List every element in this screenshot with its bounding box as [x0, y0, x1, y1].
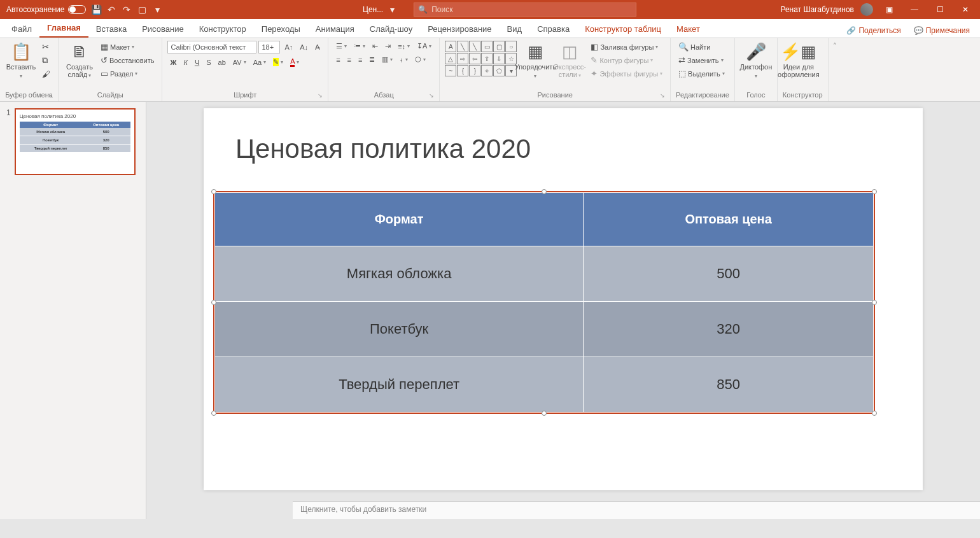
slide-thumbnails-panel[interactable]: 1 Ценовая политика 2020 ФорматОптовая це…: [0, 102, 146, 519]
launcher-icon[interactable]: ↘: [660, 92, 665, 99]
bold-button[interactable]: Ж: [167, 57, 179, 67]
shape-rect2-icon[interactable]: ▢: [493, 41, 505, 52]
font-name-combo[interactable]: Calibri (Основной текст: [167, 41, 256, 53]
shape-arrow3-icon[interactable]: ⇧: [481, 53, 493, 64]
shape-textbox-icon[interactable]: A: [445, 41, 456, 52]
share-button[interactable]: 🔗 Поделиться: [840, 24, 907, 38]
price-table[interactable]: Формат Оптовая цена Мягкая обложка 500 П…: [214, 192, 874, 413]
tab-file[interactable]: Файл: [4, 20, 39, 38]
cell[interactable]: 320: [584, 302, 874, 357]
handle-bl[interactable]: [211, 411, 216, 416]
arrange-button[interactable]: ▦ Упорядочить: [519, 41, 551, 81]
shape-brace2-icon[interactable]: }: [469, 65, 480, 76]
user-name[interactable]: Ренат Шагабутдинов: [780, 5, 854, 14]
launcher-icon[interactable]: ↘: [429, 92, 434, 99]
tab-table-design[interactable]: Конструктор таблиц: [577, 20, 669, 38]
avatar[interactable]: [860, 3, 873, 16]
italic-button[interactable]: К: [181, 57, 190, 67]
redo-icon[interactable]: ↷: [122, 4, 132, 15]
slide[interactable]: Ценовая политика 2020 Формат Оптовая цен…: [204, 108, 923, 490]
tab-review[interactable]: Рецензирование: [420, 20, 499, 38]
cell[interactable]: Твердый переплет: [215, 357, 584, 413]
font-color-button[interactable]: A: [288, 56, 302, 68]
toggle-off-icon[interactable]: [68, 5, 86, 14]
handle-tc[interactable]: [542, 189, 547, 194]
shapes-gallery[interactable]: A ╲╲ ▭▢○ △⇨⇦ ⇧⇩☆ ~{} ✧⬠▾: [445, 41, 517, 76]
search-input[interactable]: [431, 5, 632, 14]
tab-help[interactable]: Справка: [529, 20, 577, 38]
cell[interactable]: 500: [584, 246, 874, 302]
replace-button[interactable]: ⇄Заменить: [676, 54, 727, 66]
search-box[interactable]: 🔍: [414, 3, 636, 17]
change-case-button[interactable]: Aa: [251, 57, 269, 67]
launcher-icon[interactable]: ↘: [48, 92, 53, 99]
shape-arrow4-icon[interactable]: ⇩: [493, 53, 505, 64]
highlight-button[interactable]: ✎: [270, 57, 286, 67]
slide-canvas[interactable]: Ценовая политика 2020 Формат Оптовая цен…: [146, 102, 980, 519]
tab-animations[interactable]: Анимация: [308, 20, 362, 38]
align-left-button[interactable]: ≡: [333, 55, 342, 65]
align-right-button[interactable]: ≡: [356, 55, 365, 65]
shape-line2-icon[interactable]: ╲: [469, 41, 480, 52]
tab-home[interactable]: Главная: [39, 19, 88, 38]
strike-button[interactable]: S: [204, 57, 213, 67]
align-center-button[interactable]: ≡: [345, 55, 354, 65]
shape-brace1-icon[interactable]: {: [457, 65, 468, 76]
maximize-icon[interactable]: ☐: [930, 1, 949, 18]
tab-insert[interactable]: Вставка: [88, 20, 134, 38]
handle-br[interactable]: [872, 411, 877, 416]
shape-arrow-icon[interactable]: ⇨: [457, 53, 468, 64]
table-selection[interactable]: Формат Оптовая цена Мягкая обложка 500 П…: [213, 191, 875, 414]
find-button[interactable]: 🔍Найти: [676, 41, 727, 53]
slideshow-start-icon[interactable]: ▢: [137, 4, 147, 15]
shrink-font-button[interactable]: A↓: [297, 42, 311, 52]
qat-more-icon[interactable]: ▾: [152, 4, 162, 15]
reset-button[interactable]: ↺Восстановить: [98, 54, 157, 66]
tab-layout[interactable]: Макет: [669, 20, 708, 38]
cut-button[interactable]: ✂: [39, 41, 53, 53]
shape-arrow2-icon[interactable]: ⇦: [469, 53, 480, 64]
paste-button[interactable]: 📋 Вставить: [5, 41, 37, 81]
smartart-button[interactable]: ⬡: [412, 54, 428, 65]
clear-format-button[interactable]: A̶: [312, 42, 323, 53]
thumbnail-1[interactable]: 1 Ценовая политика 2020 ФорматОптовая це…: [6, 108, 139, 175]
shape-ellipse-icon[interactable]: ○: [505, 41, 517, 52]
header-price[interactable]: Оптовая цена: [584, 193, 874, 246]
minimize-icon[interactable]: —: [905, 1, 924, 18]
header-format[interactable]: Формат: [215, 193, 584, 246]
cell[interactable]: Мягкая обложка: [215, 246, 584, 302]
decrease-indent-button[interactable]: ⇤: [370, 41, 381, 52]
bullets-button[interactable]: ☰: [333, 41, 349, 52]
ribbon-display-icon[interactable]: ▣: [879, 1, 899, 18]
char-spacing-button[interactable]: AV: [230, 57, 249, 67]
tab-transitions[interactable]: Переходы: [254, 20, 308, 38]
grow-font-button[interactable]: A↑: [282, 42, 295, 52]
align-text-button[interactable]: ⫞: [397, 55, 410, 65]
section-button[interactable]: ▭Раздел: [98, 67, 157, 80]
handle-mr[interactable]: [872, 300, 877, 305]
handle-ml[interactable]: [211, 300, 216, 305]
tab-design[interactable]: Конструктор: [192, 20, 254, 38]
handle-tr[interactable]: [872, 189, 877, 194]
shape-line-icon[interactable]: ╲: [457, 41, 468, 52]
select-button[interactable]: ⬚Выделить: [676, 67, 727, 80]
justify-button[interactable]: ≣: [367, 54, 377, 65]
underline-button[interactable]: Ч: [192, 57, 202, 67]
layout-button[interactable]: ▦Макет: [98, 41, 157, 53]
format-painter-button[interactable]: 🖌: [39, 68, 53, 80]
shape-curve-icon[interactable]: ~: [445, 65, 456, 76]
comments-button[interactable]: 💬 Примечания: [907, 24, 976, 38]
title-dropdown-icon[interactable]: ▾: [387, 4, 397, 15]
new-slide-button[interactable]: 🗎 Создать слайд: [64, 41, 95, 80]
copy-button[interactable]: ⧉: [39, 54, 53, 67]
notes-pane[interactable]: Щелкните, чтобы добавить заметки: [293, 501, 980, 519]
shape-rect-icon[interactable]: ▭: [481, 41, 493, 52]
autosave-toggle[interactable]: Автосохранение: [6, 5, 86, 14]
design-ideas-button[interactable]: ⚡▦ Идеи для оформления: [783, 41, 815, 80]
slide-title[interactable]: Ценовая политика 2020: [235, 134, 531, 164]
dictate-button[interactable]: 🎤 Диктофон: [740, 41, 772, 81]
launcher-icon[interactable]: ↘: [318, 92, 323, 99]
text-direction-button[interactable]: ↧A: [414, 41, 434, 52]
cell[interactable]: 850: [584, 357, 874, 413]
shape-callout-icon[interactable]: ⬠: [493, 65, 505, 76]
